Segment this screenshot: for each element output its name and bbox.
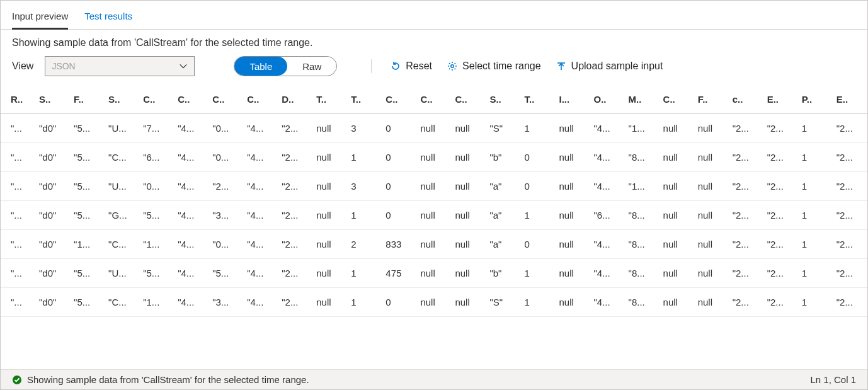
column-header[interactable]: C..	[416, 85, 451, 114]
column-header[interactable]: c..	[729, 85, 763, 114]
table-cell: 1	[798, 172, 833, 201]
table-cell: "2...	[763, 230, 798, 259]
column-header[interactable]: O..	[590, 85, 625, 114]
table-cell: 1	[347, 201, 382, 230]
table-cell: 1	[798, 114, 833, 143]
table-cell: null	[312, 143, 347, 172]
table-cell: "0...	[208, 230, 243, 259]
column-header[interactable]: C..	[451, 85, 486, 114]
column-header[interactable]: C..	[139, 85, 174, 114]
table-cell: "0...	[208, 114, 243, 143]
column-header[interactable]: E..	[763, 85, 798, 114]
seg-table-button[interactable]: Table	[234, 57, 287, 76]
table-cell: "4...	[243, 201, 278, 230]
upload-sample-button[interactable]: Upload sample input	[556, 60, 663, 72]
table-cell: "1...	[139, 230, 174, 259]
column-header[interactable]: C..	[382, 85, 416, 114]
table-cell: null	[694, 288, 729, 317]
column-header[interactable]: C..	[660, 85, 694, 114]
table-cell: "1...	[625, 114, 660, 143]
table-scroll[interactable]: R..S..F..S..C..C..C..C..D..T..T..C..C..C…	[1, 85, 867, 369]
table-cell: "2...	[729, 230, 763, 259]
table-row[interactable]: "..."d0""5..."C..."6..."4..."0..."4..."2…	[1, 143, 867, 172]
table-cell: 0	[520, 230, 555, 259]
table-cell: "d0"	[35, 114, 70, 143]
table-row[interactable]: "..."d0""5..."U..."7..."4..."0..."4..."2…	[1, 114, 867, 143]
column-header[interactable]: T..	[347, 85, 382, 114]
column-header[interactable]: P..	[798, 85, 833, 114]
column-header[interactable]: S..	[486, 85, 520, 114]
table-cell: "8...	[625, 259, 660, 288]
table-cell: "2...	[208, 172, 243, 201]
seg-raw-button[interactable]: Raw	[287, 57, 336, 76]
column-header[interactable]: T..	[312, 85, 347, 114]
table-cell: "a"	[486, 172, 520, 201]
column-header[interactable]: S..	[35, 85, 70, 114]
table-cell: "...	[1, 172, 35, 201]
table-cell: null	[416, 201, 451, 230]
table-cell: 1	[520, 288, 555, 317]
table-cell: "5...	[70, 201, 105, 230]
table-row[interactable]: "..."d0""5..."U..."5..."4..."5..."4..."2…	[1, 259, 867, 288]
table-cell: "U...	[105, 114, 139, 143]
table-cell: "2...	[833, 172, 867, 201]
table-cell: "4...	[590, 288, 625, 317]
table-cell: 1	[520, 114, 555, 143]
table-cell: "4...	[174, 201, 208, 230]
table-cell: null	[660, 201, 694, 230]
table-cell: null	[416, 259, 451, 288]
table-cell: "4...	[243, 114, 278, 143]
table-row[interactable]: "..."d0""1..."C..."1..."4..."0..."4..."2…	[1, 230, 867, 259]
tab-test-results[interactable]: Test results	[84, 4, 132, 29]
column-header[interactable]: D..	[278, 85, 312, 114]
table-cell: "6...	[139, 143, 174, 172]
table-cell: "2...	[278, 201, 312, 230]
column-header[interactable]: T..	[520, 85, 555, 114]
description-text: Showing sample data from 'CallStream' fo…	[1, 30, 867, 51]
table-cell: "4...	[243, 143, 278, 172]
view-mode-segmented: Table Raw	[234, 56, 337, 76]
table-cell: "2...	[729, 201, 763, 230]
column-header[interactable]: M..	[625, 85, 660, 114]
column-header[interactable]: E..	[833, 85, 867, 114]
column-header[interactable]: C..	[174, 85, 208, 114]
select-time-range-button[interactable]: Select time range	[447, 60, 541, 72]
view-label: View	[12, 60, 33, 72]
table-cell: "4...	[590, 259, 625, 288]
table-cell: "d0"	[35, 172, 70, 201]
column-header[interactable]: F..	[70, 85, 105, 114]
table-cell: 1	[798, 259, 833, 288]
upload-icon	[556, 61, 566, 71]
column-header[interactable]: R..	[1, 85, 35, 114]
table-cell: "5...	[139, 201, 174, 230]
column-header[interactable]: I...	[556, 85, 590, 114]
table-row[interactable]: "..."d0""5..."U..."0..."4..."2..."4..."2…	[1, 172, 867, 201]
table-row[interactable]: "..."d0""5..."C..."1..."4..."3..."4..."2…	[1, 288, 867, 317]
table-cell: 2	[347, 230, 382, 259]
chevron-down-icon	[179, 62, 188, 71]
table-cell: "2...	[278, 143, 312, 172]
tab-input-preview[interactable]: Input preview	[12, 4, 68, 29]
table-cell: null	[312, 288, 347, 317]
column-header[interactable]: F..	[694, 85, 729, 114]
table-cell: "2...	[833, 143, 867, 172]
table-cell: null	[660, 259, 694, 288]
column-header[interactable]: C..	[243, 85, 278, 114]
table-cell: "4...	[174, 172, 208, 201]
table-cell: null	[694, 172, 729, 201]
table-cell: "a"	[486, 230, 520, 259]
table-cell: "d0"	[35, 259, 70, 288]
table-cell: "a"	[486, 201, 520, 230]
table-cell: null	[416, 288, 451, 317]
format-select[interactable]: JSON	[45, 56, 195, 76]
table-cell: "5...	[70, 259, 105, 288]
table-cell: "5...	[70, 172, 105, 201]
table-cell: null	[660, 288, 694, 317]
table-cell: "2...	[833, 230, 867, 259]
table-cell: "4...	[243, 288, 278, 317]
column-header[interactable]: C..	[208, 85, 243, 114]
column-header[interactable]: S..	[105, 85, 139, 114]
reset-button[interactable]: Reset	[391, 60, 432, 72]
table-row[interactable]: "..."d0""5..."G..."5..."4..."3..."4..."2…	[1, 201, 867, 230]
table-cell: 1	[798, 230, 833, 259]
